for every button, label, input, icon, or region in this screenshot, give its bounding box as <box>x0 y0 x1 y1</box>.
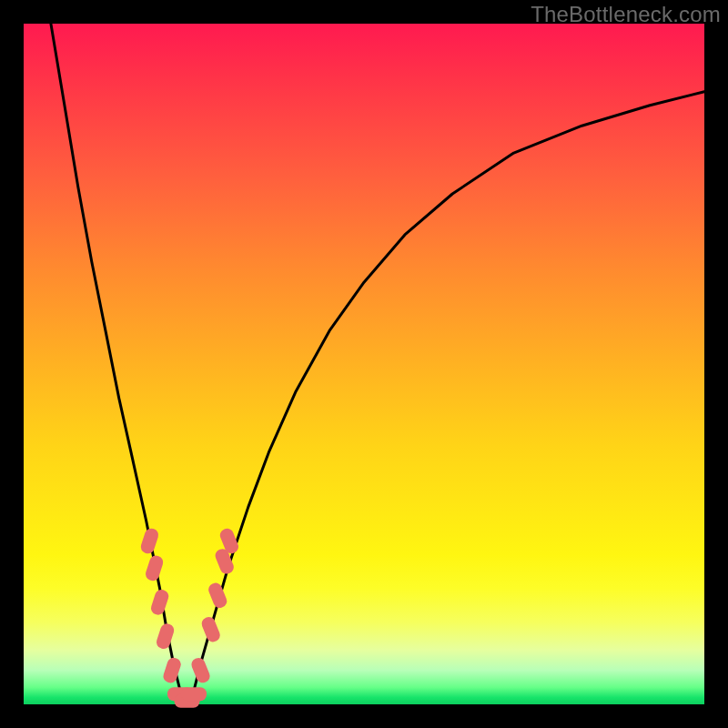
bottleneck-curve <box>51 24 704 704</box>
marker-dash <box>189 656 211 685</box>
plot-area <box>24 24 704 704</box>
bottleneck-curve-path <box>51 24 704 704</box>
marker-dash <box>181 687 207 701</box>
marker-dash <box>162 656 183 684</box>
marker-dash <box>200 615 222 644</box>
marker-dash <box>155 622 176 651</box>
highlighted-points <box>139 527 240 708</box>
curve-svg <box>24 24 704 704</box>
marker-dash <box>139 527 160 555</box>
marker-dash <box>144 554 165 582</box>
marker-dash <box>207 581 228 611</box>
marker-dash <box>149 588 170 616</box>
chart-frame: TheBottleneck.com <box>0 0 728 728</box>
